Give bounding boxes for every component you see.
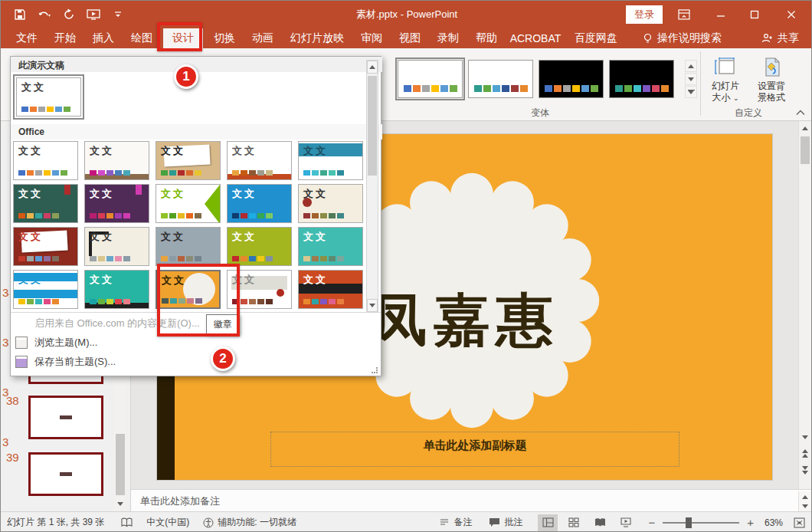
format-background-button[interactable]: 设置背 景格式 [750, 54, 793, 103]
tell-me-search[interactable]: 操作说明搜索 [643, 28, 722, 48]
variant-thumbnail[interactable] [398, 60, 463, 98]
tab-切换[interactable]: 切换 [208, 28, 241, 48]
scroll-down-button[interactable] [800, 432, 810, 443]
notes-toggle[interactable]: 备注 [439, 516, 472, 529]
tab-幻灯片放映[interactable]: 幻灯片放映 [284, 28, 350, 48]
dropdown-scroll-down[interactable] [367, 299, 378, 312]
tab-视图[interactable]: 视图 [393, 28, 427, 48]
variants-more-button[interactable] [685, 86, 697, 98]
theme-color-swatches [18, 256, 59, 261]
theme-thumbnail[interactable]: 文文 [227, 227, 292, 266]
login-button[interactable]: 登录 [626, 5, 663, 24]
notes-scrollbar[interactable] [798, 491, 811, 511]
scrollbar-thumb[interactable] [368, 76, 377, 176]
theme-sample-text: 文文 [90, 230, 114, 244]
theme-thumbnail[interactable]: 文文 [298, 227, 363, 266]
customize-qat-icon[interactable] [111, 8, 125, 21]
theme-thumbnail[interactable]: 文文 [13, 227, 78, 266]
comments-icon [489, 517, 500, 527]
close-icon[interactable] [776, 1, 807, 28]
variants-scroll-up[interactable] [685, 60, 697, 72]
slide-sorter-icon[interactable] [564, 514, 584, 531]
slide-size-button[interactable]: 幻灯片 大小 ⌄ [702, 54, 748, 104]
save-icon[interactable] [13, 8, 27, 21]
next-slide-button[interactable] [800, 465, 810, 476]
theme-thumbnail[interactable]: 文文 [298, 270, 363, 309]
tab-ACROBAT[interactable]: ACROBAT [508, 28, 563, 48]
theme-thumbnail[interactable]: 文文 [298, 184, 363, 223]
theme-thumbnail[interactable]: 文文 [156, 184, 221, 223]
notes-pane[interactable]: 单击此处添加备注 [131, 489, 812, 511]
theme-thumbnail[interactable]: 文文 [156, 141, 221, 180]
dropdown-scroll-up[interactable] [367, 61, 378, 74]
theme-thumbnail[interactable]: 文文 [84, 184, 149, 223]
start-slideshow-icon[interactable] [87, 8, 100, 21]
fit-window-icon[interactable] [794, 517, 805, 528]
redo-icon[interactable] [62, 8, 76, 21]
ribbon-display-options-icon[interactable] [669, 1, 699, 28]
theme-thumbnail[interactable]: 文文 [13, 270, 78, 309]
tell-me-label: 操作说明搜索 [657, 31, 722, 45]
tab-动画[interactable]: 动画 [246, 28, 280, 48]
notes-scroll-down[interactable] [800, 501, 810, 512]
tab-文件[interactable]: 文件 [10, 28, 44, 48]
theme-thumbnail[interactable]: 文文 [298, 141, 363, 180]
slide-area-scrollbar[interactable] [798, 121, 811, 489]
minimize-icon[interactable] [706, 1, 736, 28]
zoom-in-icon[interactable]: + [747, 516, 754, 529]
tab-插入[interactable]: 插入 [87, 28, 120, 48]
normal-view-icon[interactable] [538, 514, 558, 531]
zoom-out-icon[interactable]: − [648, 516, 655, 529]
tab-开始[interactable]: 开始 [48, 28, 82, 48]
tab-百度网盘[interactable]: 百度网盘 [568, 28, 624, 48]
dropdown-scrollbar[interactable] [366, 60, 378, 313]
slide-counter[interactable]: 幻灯片 第 1 张, 共 39 张 [7, 516, 104, 529]
zoom-slider[interactable] [663, 522, 739, 524]
theme-thumbnail[interactable]: 文文 [84, 270, 149, 309]
thumbnail-scroll-down[interactable] [115, 498, 126, 510]
maximize-icon[interactable] [739, 1, 770, 28]
language-status[interactable]: 中文(中国) [146, 516, 189, 529]
theme-thumbnail[interactable]: 文文 [156, 227, 221, 266]
theme-thumbnail[interactable]: 文文 [13, 184, 78, 223]
comments-toggle[interactable]: 批注 [489, 516, 522, 529]
undo-icon[interactable] [38, 8, 51, 21]
subtitle-placeholder[interactable]: 单击此处添加副标题 [270, 432, 679, 467]
tab-审阅[interactable]: 审阅 [355, 28, 388, 48]
zoom-slider-thumb[interactable] [686, 517, 692, 528]
theme-thumbnail[interactable]: 文文 [227, 141, 292, 180]
tab-帮助[interactable]: 帮助 [470, 28, 503, 48]
variants-scroll-down[interactable] [685, 73, 697, 85]
variant-thumbnail[interactable] [539, 60, 604, 98]
resize-grip[interactable] [372, 367, 378, 373]
share-button[interactable]: 共享 [761, 28, 799, 48]
current-theme-thumbnail[interactable]: 文文 [13, 74, 84, 120]
collapse-ribbon-icon[interactable] [796, 110, 805, 116]
tab-绘图[interactable]: 绘图 [125, 28, 159, 48]
theme-sample-text: 文文 [90, 273, 114, 287]
slide-thumbnail-39[interactable] [28, 452, 103, 496]
slideshow-icon[interactable] [616, 514, 636, 531]
tab-录制[interactable]: 录制 [431, 28, 465, 48]
reading-view-icon[interactable] [590, 514, 610, 531]
scrollbar-thumb[interactable] [116, 434, 125, 495]
theme-color-swatches [18, 213, 59, 218]
zoom-level[interactable]: 63% [765, 517, 783, 528]
theme-color-swatches [161, 213, 201, 218]
theme-thumbnail[interactable]: 文文 [227, 184, 292, 223]
previous-slide-button[interactable] [800, 448, 810, 459]
scrollbar-thumb[interactable] [801, 136, 810, 164]
theme-thumbnail[interactable]: 文文 [84, 141, 149, 180]
theme-thumbnail[interactable]: 文文 [84, 227, 149, 266]
variant-thumbnail[interactable] [468, 60, 533, 98]
dropdown-menu-item[interactable]: 保存当前主题(S)... [11, 353, 371, 371]
spellcheck-icon[interactable] [121, 517, 133, 528]
accessibility-status[interactable]: 辅助功能: 一切就绪 [203, 516, 296, 529]
variant-thumbnail[interactable] [609, 60, 674, 98]
scroll-up-button[interactable] [800, 123, 810, 134]
theme-thumbnail[interactable]: 文文 [16, 77, 81, 117]
theme-thumbnail[interactable]: 文文 [13, 141, 78, 180]
theme-sample-text: 文文 [18, 230, 43, 244]
slide-thumbnail-38[interactable] [28, 396, 103, 439]
theme-sample-text: 文文 [90, 144, 114, 158]
